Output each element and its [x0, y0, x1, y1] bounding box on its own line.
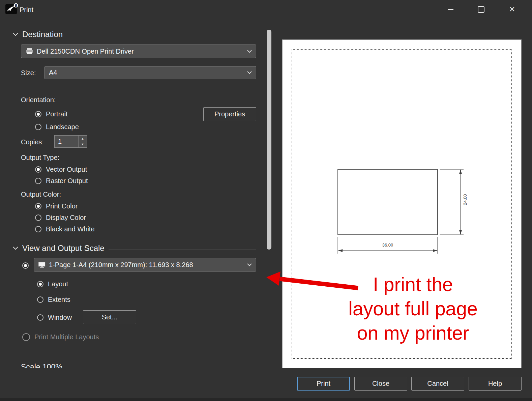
radio-icon [35, 214, 41, 221]
panel-scrollbar[interactable] [267, 30, 271, 250]
properties-button[interactable]: Properties [203, 107, 256, 121]
close-button[interactable]: ✕ [504, 3, 520, 16]
radio-icon [35, 178, 41, 184]
size-label: Size: [21, 69, 36, 77]
radio-icon [35, 124, 41, 130]
print-button[interactable]: Print [297, 377, 350, 391]
stepper-down-icon[interactable]: ▼ [79, 142, 87, 148]
radio-display-color[interactable]: Display Color [35, 212, 86, 223]
app-version-badge: 8 [15, 3, 17, 7]
set-window-button[interactable]: Set... [83, 310, 136, 324]
chevron-down-icon [247, 71, 252, 74]
orientation-label: Orientation: [21, 96, 56, 104]
chevron-down-icon [13, 247, 18, 250]
radio-extents-label: Extents [48, 296, 70, 304]
app-logo-icon: 8 [5, 3, 19, 16]
close-dialog-button-label: Close [372, 380, 389, 388]
radio-extents[interactable]: Extents [37, 294, 70, 305]
printer-select[interactable]: Dell 2150CDN Open Print Driver [21, 45, 256, 58]
section-rule [109, 250, 256, 250]
radio-layout[interactable]: Layout [37, 279, 68, 289]
section-view-output-scale[interactable]: View and Output Scale [13, 244, 256, 253]
dimension-height-value: 24.00 [462, 190, 468, 210]
drawing-rectangle [337, 169, 438, 235]
copies-label: Copies: [21, 138, 44, 146]
section-destination[interactable]: Destination [13, 30, 256, 39]
annotation-text: I print the layout full page on my print… [337, 273, 489, 345]
printer-icon [25, 48, 33, 55]
radio-layout-label: Layout [48, 280, 68, 288]
cancel-button-label: Cancel [427, 380, 448, 388]
radio-selected-icon [35, 203, 41, 209]
annotation-line-3: on my printer [337, 321, 489, 345]
page-scale-select-value: 1-Page 1-A4 (210mm x 297mm): 11.693 x 8.… [49, 261, 193, 269]
radio-print-color-label: Print Color [46, 202, 78, 210]
radio-landscape-label: Landscape [46, 123, 79, 131]
chevron-down-icon [247, 263, 252, 266]
copies-stepper-arrows[interactable]: ▲ ▼ [78, 136, 87, 147]
close-dialog-button[interactable]: Close [354, 377, 407, 391]
stepper-up-icon[interactable]: ▲ [79, 136, 87, 142]
size-select-value: A4 [49, 69, 57, 77]
radio-print-multiple-layouts[interactable]: Print Multiple Layouts [22, 332, 99, 342]
copies-value: 1 [55, 136, 78, 147]
maximize-button[interactable] [473, 3, 489, 16]
printer-select-value: Dell 2150CDN Open Print Driver [37, 48, 134, 55]
scale-100-label: Scale 100% [21, 363, 62, 368]
annotation-line-1: I print the [337, 273, 489, 297]
radio-selected-icon [22, 262, 29, 269]
cancel-button[interactable]: Cancel [411, 377, 464, 391]
copies-stepper[interactable]: 1 ▲ ▼ [54, 135, 87, 148]
radio-window-label: Window [48, 314, 72, 321]
chevron-down-icon [247, 50, 252, 53]
output-color-label: Output Color: [21, 191, 61, 198]
radio-raster-output[interactable]: Raster Output [35, 176, 88, 186]
radio-icon [37, 296, 43, 303]
monitor-icon [38, 262, 46, 268]
window-title: Print [20, 6, 33, 14]
radio-display-color-label: Display Color [46, 214, 86, 222]
set-window-button-label: Set... [102, 313, 118, 321]
section-destination-label: Destination [22, 30, 63, 39]
print-options-panel: Destination Dell 2150CDN Open Print Driv… [10, 27, 257, 368]
radio-selected-icon [35, 111, 41, 117]
close-icon: ✕ [509, 5, 515, 14]
properties-button-label: Properties [214, 110, 245, 118]
print-dialog: 8 Print ✕ Destination Dell 2150CDN Open … [0, 0, 532, 401]
page-scale-select[interactable]: 1-Page 1-A4 (210mm x 297mm): 11.693 x 8.… [34, 258, 256, 271]
radio-portrait-label: Portrait [46, 110, 67, 118]
radio-window[interactable]: Window [37, 312, 72, 322]
print-button-label: Print [317, 380, 330, 388]
section-view-output-scale-label: View and Output Scale [22, 244, 105, 253]
radio-black-and-white-label: Black and White [46, 225, 95, 233]
radio-print-multiple-layouts-label: Print Multiple Layouts [34, 333, 99, 341]
help-button-label: Help [488, 380, 502, 388]
radio-icon [35, 226, 41, 232]
radio-vector-output[interactable]: Vector Output [35, 164, 87, 174]
titlebar: 8 Print ✕ [0, 0, 532, 20]
output-type-label: Output Type: [21, 154, 59, 162]
section-rule [67, 36, 256, 36]
chevron-down-icon [13, 33, 18, 36]
size-select[interactable]: A4 [45, 66, 256, 79]
minimize-icon [448, 9, 453, 10]
radio-icon [22, 333, 30, 341]
radio-icon [37, 314, 43, 321]
maximize-icon [478, 6, 484, 13]
radio-portrait[interactable]: Portrait [35, 109, 67, 119]
radio-landscape[interactable]: Landscape [35, 122, 79, 132]
scale-100-section: Scale 100% [21, 363, 256, 368]
radio-black-and-white[interactable]: Black and White [35, 224, 95, 234]
dimension-width-value: 36.00 [337, 242, 438, 248]
minimize-button[interactable] [443, 3, 458, 16]
help-button[interactable]: Help [469, 377, 522, 391]
radio-selected-icon [37, 281, 43, 287]
radio-page-scale[interactable] [22, 260, 29, 270]
window-bottom-edge [0, 398, 532, 401]
radio-print-color[interactable]: Print Color [35, 201, 78, 211]
radio-raster-output-label: Raster Output [46, 177, 88, 185]
radio-selected-icon [35, 166, 41, 173]
annotation-line-2: layout full page [337, 297, 489, 321]
radio-vector-output-label: Vector Output [46, 166, 87, 173]
